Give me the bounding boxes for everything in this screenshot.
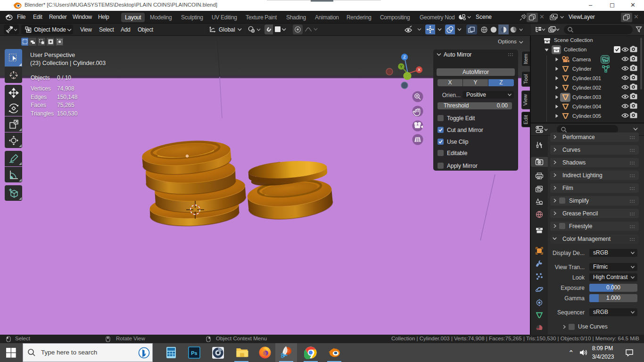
svg-text:X: X	[418, 67, 421, 72]
svg-text:Ps: Ps	[191, 350, 197, 356]
svg-text:Y: Y	[400, 64, 403, 69]
svg-text:Z: Z	[403, 55, 406, 59]
